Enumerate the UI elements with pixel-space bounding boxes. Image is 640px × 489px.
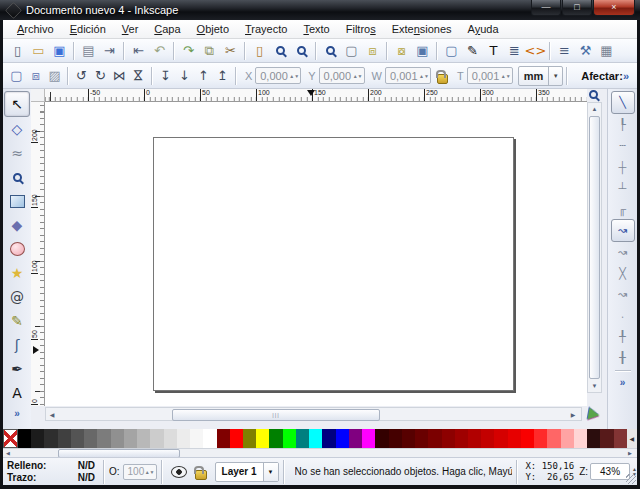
align-dialog-button[interactable]: ≡ xyxy=(554,41,575,61)
color-swatch[interactable] xyxy=(322,429,335,448)
spiral-tool-button[interactable]: @ xyxy=(5,285,29,309)
text-dialog-button[interactable]: T xyxy=(483,41,504,61)
select-all-layers-button[interactable]: ⧈ xyxy=(26,66,45,86)
color-swatch[interactable] xyxy=(415,429,428,448)
color-swatch[interactable] xyxy=(230,429,243,448)
color-swatch[interactable] xyxy=(164,429,177,448)
snap-object-centers-button[interactable]: ╂ xyxy=(612,347,634,368)
color-swatch[interactable] xyxy=(217,429,230,448)
field-x-input[interactable]: 0,000▲▼ xyxy=(255,67,301,84)
color-swatch[interactable] xyxy=(375,429,388,448)
star-tool-button[interactable]: ★ xyxy=(5,261,29,285)
duplicate-button[interactable]: ▢ xyxy=(341,41,362,61)
open-document-button[interactable]: ▭ xyxy=(28,41,49,61)
opacity-input[interactable]: 100▲▼ xyxy=(123,464,157,480)
title-bar[interactable]: Documento nuevo 4 - Inkscape — □ × xyxy=(0,0,640,20)
menu-item-filtros[interactable]: Filtros xyxy=(338,21,384,37)
snap-paths-button[interactable]: ↝ xyxy=(612,242,634,263)
lower-to-bottom-button[interactable]: ↧ xyxy=(156,66,175,86)
zoom-page-button[interactable] xyxy=(320,41,341,61)
color-swatch[interactable] xyxy=(402,429,415,448)
unit-dropdown-icon[interactable]: ▼ xyxy=(548,67,562,85)
bezier-tool-button[interactable]: ʃ xyxy=(5,333,29,357)
snap-bbox-centers-button[interactable]: ╓ xyxy=(612,198,634,219)
color-swatch[interactable] xyxy=(137,429,150,448)
calligraphy-tool-button[interactable]: ✒ xyxy=(5,357,29,381)
color-swatch[interactable] xyxy=(203,429,216,448)
color-swatch[interactable] xyxy=(600,429,613,448)
menu-item-texto[interactable]: Texto xyxy=(295,21,337,37)
ellipse-tool-button[interactable] xyxy=(5,237,29,261)
color-swatch[interactable] xyxy=(243,429,256,448)
palette-scroll-right-icon[interactable]: ▶ xyxy=(625,450,635,456)
snap-bbox-edges-button[interactable]: ┄ xyxy=(612,135,634,156)
color-swatch[interactable] xyxy=(534,429,547,448)
export-button[interactable]: ⇤ xyxy=(128,41,149,61)
close-button[interactable]: × xyxy=(593,0,635,16)
enable-snapping-button[interactable]: ╲ xyxy=(611,91,635,114)
horizontal-scroll-thumb[interactable]: ||| xyxy=(172,409,380,421)
snap-cusp-nodes-button[interactable]: ↝ xyxy=(612,284,634,305)
lock-ratio-icon[interactable] xyxy=(437,74,448,84)
color-swatch[interactable] xyxy=(31,429,44,448)
color-swatch[interactable] xyxy=(150,429,163,448)
fill-and-stroke-button[interactable]: ✎ xyxy=(462,41,483,61)
cut-button[interactable]: ✂ xyxy=(220,41,241,61)
scroll-down-icon[interactable]: ▼ xyxy=(588,380,601,392)
color-swatch[interactable] xyxy=(71,429,84,448)
node-tool-button[interactable]: ◇ xyxy=(5,117,29,141)
horizontal-ruler[interactable]: -50050100150200250300350 xyxy=(45,89,587,102)
group-button[interactable]: ▣ xyxy=(412,41,433,61)
select-all-button[interactable]: ▢ xyxy=(7,66,26,86)
horizontal-scrollbar[interactable]: ◀ ||| ▶ xyxy=(45,407,582,421)
color-swatch[interactable] xyxy=(336,429,349,448)
tweak-tool-button[interactable]: ≈ xyxy=(5,141,29,165)
snap-midpoints-button[interactable]: ╀ xyxy=(612,326,634,347)
ungroup-button[interactable]: ▢ xyxy=(441,41,462,61)
save-document-button[interactable]: ▣ xyxy=(49,41,70,61)
toolbar-overflow-icon[interactable]: » xyxy=(623,70,629,82)
xml-editor-button[interactable]: <> xyxy=(525,41,546,61)
color-swatch[interactable] xyxy=(269,429,282,448)
fill-stroke-indicator[interactable]: Relleno:N/D Trazo:N/D xyxy=(3,460,99,484)
zoom-tool-button[interactable] xyxy=(5,165,29,189)
color-swatch[interactable] xyxy=(587,429,600,448)
undo-button[interactable]: ↶ xyxy=(149,41,170,61)
selector-tool-button[interactable]: ↖ xyxy=(4,91,30,117)
color-swatch[interactable] xyxy=(389,429,402,448)
menu-item-archivo[interactable]: Archivo xyxy=(9,21,62,37)
copy-button[interactable]: ⧉ xyxy=(199,41,220,61)
color-swatch[interactable] xyxy=(309,429,322,448)
color-swatch[interactable] xyxy=(362,429,375,448)
color-swatch[interactable] xyxy=(190,429,203,448)
vertical-scrollbar[interactable]: ▲ ▼ xyxy=(587,102,602,393)
layer-selector[interactable]: Layer 1 ▼ xyxy=(215,462,279,482)
field-y-input[interactable]: 0,000▲▼ xyxy=(319,67,365,84)
maximize-button[interactable]: □ xyxy=(562,0,592,16)
document-page[interactable] xyxy=(153,137,514,391)
resize-grip[interactable] xyxy=(626,474,636,484)
new-document-button[interactable]: ▯ xyxy=(7,41,28,61)
color-swatch[interactable] xyxy=(561,429,574,448)
vertical-scroll-thumb[interactable] xyxy=(589,116,600,379)
raise-to-top-button[interactable]: ↥ xyxy=(213,66,232,86)
color-swatch[interactable] xyxy=(547,429,560,448)
minimize-button[interactable]: — xyxy=(531,0,561,16)
color-swatch[interactable] xyxy=(614,429,627,448)
color-swatch[interactable] xyxy=(256,429,269,448)
snap-smooth-nodes-button[interactable]: ∙ xyxy=(612,305,634,326)
redo-button[interactable]: ↷ xyxy=(178,41,199,61)
layer-dropdown-icon[interactable]: ▼ xyxy=(263,463,278,481)
color-swatch[interactable] xyxy=(349,429,362,448)
snap-bbox-corners-button[interactable]: ┼ xyxy=(612,156,634,177)
zoom-selection-button[interactable] xyxy=(270,41,291,61)
scroll-up-icon[interactable]: ▲ xyxy=(588,103,601,115)
rotate-ccw-button[interactable]: ↺ xyxy=(72,66,91,86)
print-button[interactable]: ▤ xyxy=(78,41,99,61)
color-swatch[interactable] xyxy=(508,429,521,448)
field-spinner-icon[interactable]: ▲▼ xyxy=(501,68,511,83)
field-spinner-icon[interactable]: ▲▼ xyxy=(353,68,363,83)
color-swatch[interactable] xyxy=(84,429,97,448)
color-swatch[interactable] xyxy=(428,429,441,448)
create-clone-button[interactable]: ⧈ xyxy=(362,41,383,61)
